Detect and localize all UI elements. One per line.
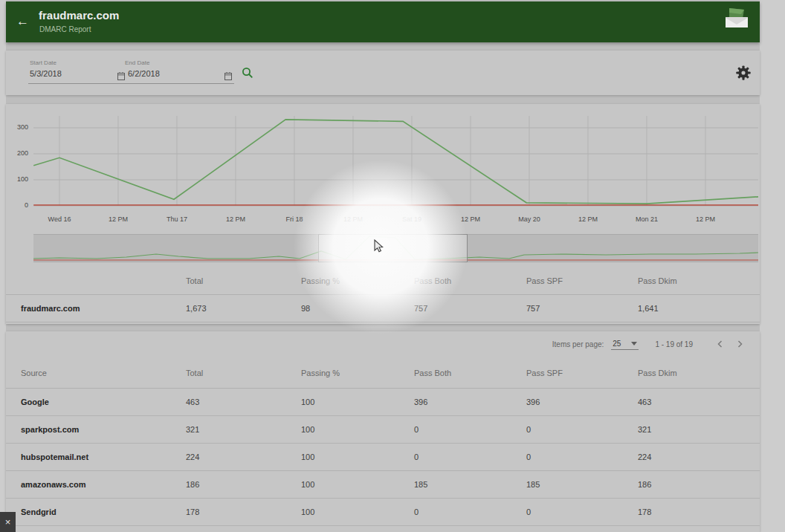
table-cell: 757 xyxy=(414,304,526,313)
table-cell: 100 xyxy=(301,480,414,489)
page-subtitle: DMARC Report xyxy=(39,25,91,33)
table-cell: 186 xyxy=(186,480,301,489)
page-range-label: 1 - 19 of 19 xyxy=(655,340,693,348)
column-header: Pass Both xyxy=(414,276,526,285)
x-axis-label: 12 PM xyxy=(696,215,715,223)
x-axis-label: Fri 18 xyxy=(285,215,303,223)
envelope-logo-icon xyxy=(724,7,749,33)
page-size-select[interactable]: 25 xyxy=(611,339,639,350)
search-icon[interactable] xyxy=(242,67,253,82)
table-cell: 321 xyxy=(638,425,760,434)
chart-brush-strip[interactable] xyxy=(33,234,758,262)
column-header: Pass SPF xyxy=(526,276,638,285)
x-axis-label: Mon 21 xyxy=(636,215,658,223)
table-cell: 224 xyxy=(186,452,301,461)
table-row[interactable]: sparkpost.com32110000321 xyxy=(6,416,760,443)
start-date-label: Start Date xyxy=(30,59,56,66)
table-row[interactable]: fraudmarc.com1,673987577571,641 xyxy=(6,295,760,322)
table-cell: 0 xyxy=(414,507,526,516)
start-date-input[interactable]: 5/3/2018 xyxy=(30,69,62,78)
table-cell: 321 xyxy=(186,425,301,434)
paginator: Items per page: 25 1 - 19 of 19 xyxy=(552,331,749,357)
table-cell: Google xyxy=(6,398,186,406)
previous-page-button[interactable] xyxy=(711,336,730,352)
y-axis-label: 300 xyxy=(9,123,28,131)
table-cell: 1,641 xyxy=(638,304,760,313)
table-cell: 1,673 xyxy=(186,304,301,313)
page-size-value: 25 xyxy=(613,340,621,348)
close-icon[interactable]: × xyxy=(0,512,16,532)
column-header: Total xyxy=(186,369,301,377)
end-date-input[interactable]: 6/2/2018 xyxy=(128,69,160,78)
table-cell: 100 xyxy=(301,507,414,516)
table-row[interactable]: Sendgrid17810000178 xyxy=(6,499,760,525)
table-cell: amazonaws.com xyxy=(6,480,186,489)
x-axis-label: 12 PM xyxy=(343,215,363,223)
table-cell: 0 xyxy=(526,507,638,516)
back-arrow-icon[interactable]: ← xyxy=(16,14,29,29)
table-cell: 98 xyxy=(301,304,414,313)
table-cell: 224 xyxy=(638,452,760,461)
source-table-header: SourceTotalPassing %Pass BothPass SPFPas… xyxy=(6,358,760,389)
column-header: Passing % xyxy=(301,276,414,285)
source-table-body: Google463100396396463sparkpost.com321100… xyxy=(6,389,760,526)
x-axis-label: 12 PM xyxy=(461,215,480,223)
table-cell: 100 xyxy=(301,398,414,406)
page-title: fraudmarc.com xyxy=(39,9,119,22)
x-axis-label: 12 PM xyxy=(226,215,245,223)
table-cell: fraudmarc.com xyxy=(6,304,186,313)
end-date-label: End Date xyxy=(125,59,149,66)
table-cell: 757 xyxy=(526,304,638,313)
dropdown-arrow-icon xyxy=(631,342,637,346)
app-bar: ← fraudmarc.com DMARC Report xyxy=(6,1,760,42)
brush-selection-window[interactable] xyxy=(318,234,468,262)
table-cell: hubspotemail.net xyxy=(6,452,186,461)
date-fields-underline xyxy=(28,83,234,84)
table-cell: 0 xyxy=(414,425,526,434)
column-header: Source xyxy=(6,369,186,377)
calendar-icon[interactable] xyxy=(224,70,232,83)
table-cell: Sendgrid xyxy=(6,507,186,516)
table-cell: 396 xyxy=(526,398,638,406)
table-cell: 0 xyxy=(414,452,526,461)
x-axis-label: 12 PM xyxy=(109,215,128,223)
timeline-chart-panel: TotalPassing %Pass BothPass SPFPass Dkim… xyxy=(6,104,760,324)
y-axis-label: 100 xyxy=(9,175,28,183)
table-cell: 463 xyxy=(186,398,301,406)
table-cell: 100 xyxy=(301,425,414,434)
summary-table-body: fraudmarc.com1,673987577571,641 xyxy=(6,295,760,322)
y-axis-label: 200 xyxy=(9,149,28,157)
table-row[interactable]: amazonaws.com186100185185186 xyxy=(6,471,760,498)
items-per-page-label: Items per page: xyxy=(552,340,604,348)
column-header: Pass Dkim xyxy=(638,369,760,377)
x-axis-label: 12 PM xyxy=(578,215,598,223)
summary-table-header: TotalPassing %Pass BothPass SPFPass Dkim xyxy=(6,267,760,295)
next-page-button[interactable] xyxy=(730,336,749,352)
table-row[interactable]: Google463100396396463 xyxy=(6,389,760,415)
date-filter-bar: Start Date 5/3/2018 End Date 6/2/2018 xyxy=(6,51,760,95)
table-cell: 463 xyxy=(638,398,760,406)
table-cell: 0 xyxy=(526,425,638,434)
x-axis-label: May 20 xyxy=(518,215,540,223)
table-row[interactable]: hubspotemail.net22410000224 xyxy=(6,444,760,470)
table-cell: 185 xyxy=(526,480,638,489)
gear-icon[interactable] xyxy=(735,65,752,84)
x-axis-label: Sat 19 xyxy=(402,215,421,223)
table-cell: 185 xyxy=(414,480,526,489)
calendar-icon[interactable] xyxy=(117,70,125,83)
sources-table-panel: Items per page: 25 1 - 19 of 19 SourceTo… xyxy=(6,331,760,532)
x-axis-label: Thu 17 xyxy=(167,215,187,223)
column-header: Passing % xyxy=(301,369,414,377)
table-cell: 178 xyxy=(638,507,760,516)
x-axis-label: Wed 16 xyxy=(48,215,71,223)
column-header: Pass Dkim xyxy=(638,276,760,285)
series-line-passing xyxy=(33,120,758,204)
line-chart xyxy=(33,111,758,210)
table-cell: 186 xyxy=(638,480,760,489)
y-axis-label: 0 xyxy=(9,201,28,209)
table-cell: 396 xyxy=(414,398,526,406)
column-header: Total xyxy=(186,276,301,285)
column-header: Pass SPF xyxy=(526,369,638,377)
table-header-row: TotalPassing %Pass BothPass SPFPass Dkim xyxy=(6,267,760,294)
table-cell: 0 xyxy=(526,452,638,461)
